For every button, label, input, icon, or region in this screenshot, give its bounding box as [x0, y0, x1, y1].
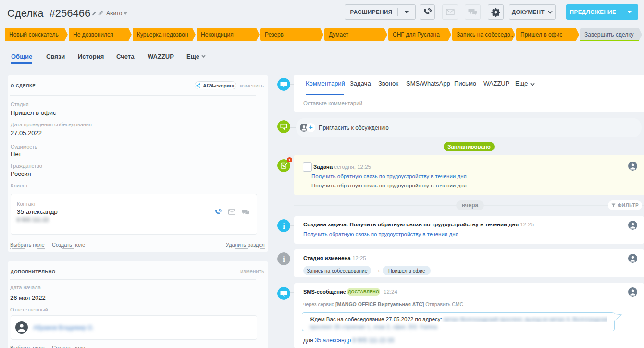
svg-text:i: i: [283, 222, 285, 230]
svg-text:i: i: [283, 255, 285, 263]
